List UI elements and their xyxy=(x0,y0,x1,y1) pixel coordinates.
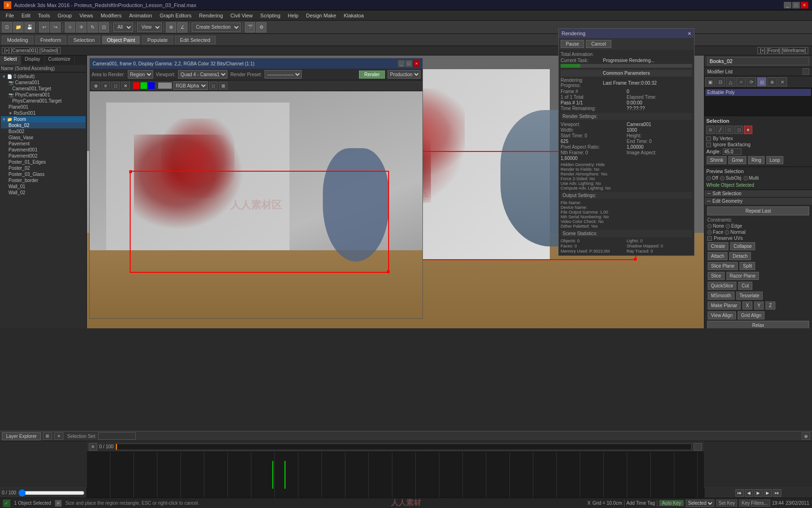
angle-snap-button[interactable]: ∠ xyxy=(177,22,187,32)
render-ctrl-1[interactable]: ⊕ xyxy=(92,82,100,89)
normal-radio[interactable] xyxy=(725,230,729,235)
tree-item-pavement002[interactable]: Pavement002 xyxy=(1,153,86,159)
mod-icon-4[interactable]: ✧ xyxy=(736,77,746,87)
menu-views[interactable]: Views xyxy=(76,12,97,19)
modifier-pin-btn[interactable] xyxy=(803,68,809,75)
render-minimize-btn[interactable]: _ xyxy=(398,60,405,67)
tree-item-poster01-edges[interactable]: Poster_01_Edges xyxy=(1,159,86,165)
redo-button[interactable]: ↪ xyxy=(50,22,61,32)
layer-icon-2[interactable]: ≡ xyxy=(54,432,63,440)
off-radio[interactable] xyxy=(706,176,711,181)
tree-item-pavement[interactable]: Pavement xyxy=(1,141,86,147)
menu-edit[interactable]: Edit xyxy=(18,12,34,19)
msmooth-btn[interactable]: MSmooth xyxy=(708,292,734,300)
menu-modifiers[interactable]: Modifiers xyxy=(97,12,125,19)
undo-button[interactable]: ↩ xyxy=(39,22,49,32)
edit-geom-header[interactable]: ─Edit Geometry xyxy=(704,198,812,205)
tree-item-rssun001[interactable]: ☀ RsSun001 xyxy=(1,110,86,116)
menu-tools[interactable]: Tools xyxy=(34,12,54,19)
production-select[interactable]: Production xyxy=(388,70,421,79)
tab-edit-selected[interactable]: Edit Selected xyxy=(175,36,216,44)
timeline-end-btn[interactable] xyxy=(694,443,702,451)
mod-icon-3[interactable]: △ xyxy=(726,77,735,87)
tree-item-poster02[interactable]: Poster_02 xyxy=(1,165,86,171)
tab-customize[interactable]: Customize xyxy=(45,56,75,65)
ring-btn[interactable]: Ring xyxy=(748,156,765,164)
none-radio[interactable] xyxy=(707,224,712,229)
mod-icon-1[interactable]: ▣ xyxy=(705,77,715,87)
menu-scripting[interactable]: Scripting xyxy=(257,12,284,19)
relax-btn[interactable]: Relax xyxy=(707,321,809,328)
menu-animation[interactable]: Animation xyxy=(125,12,156,19)
frame-controls[interactable]: ⊕ xyxy=(802,432,810,440)
collapse-btn[interactable]: Collapse xyxy=(730,242,755,250)
slice-btn[interactable]: Slice xyxy=(708,272,725,280)
key-mode-select[interactable]: Selected xyxy=(686,500,714,507)
layer-icon-1[interactable]: ⊞ xyxy=(43,432,52,440)
tree-item-box002[interactable]: Box002 xyxy=(1,128,86,135)
edge-mode-icon[interactable]: ╱ xyxy=(716,126,724,134)
go-start-btn[interactable]: ⏮ xyxy=(735,489,744,497)
tree-item-books02[interactable]: Books_02 xyxy=(1,122,86,128)
render-maximize-btn[interactable]: □ xyxy=(406,60,412,67)
create-btn[interactable]: Create xyxy=(708,242,728,250)
minimize-button[interactable]: _ xyxy=(784,2,791,8)
ignore-backface-checkbox[interactable] xyxy=(706,143,711,147)
tree-item-glass-vase[interactable]: Glass_Vase xyxy=(1,135,86,141)
add-time-tag[interactable]: Add Time Tag xyxy=(626,500,655,506)
cut-btn[interactable]: Cut xyxy=(738,282,752,290)
mod-icon-active[interactable]: ▤ xyxy=(757,77,766,87)
razor-plane-btn[interactable]: Razor Plane xyxy=(726,272,759,280)
view-align-btn[interactable]: View Align xyxy=(708,311,736,319)
snap-button[interactable]: ⊕ xyxy=(166,22,176,32)
tree-item-physcamera001[interactable]: 📷 PhysCamera001 xyxy=(1,92,86,98)
selection-set-input[interactable] xyxy=(98,432,136,440)
save-button[interactable]: 💾 xyxy=(24,22,35,32)
tree-item-room[interactable]: ▼ 📁 Room xyxy=(1,116,86,122)
menu-civil-view[interactable]: Civil View xyxy=(226,12,256,19)
select-button[interactable]: ⊹ xyxy=(65,22,75,32)
modifier-stack[interactable]: Editable Poly xyxy=(704,88,812,116)
repeat-last-btn[interactable]: Repeat Last xyxy=(707,206,809,215)
render-setup-button[interactable]: ⚙ xyxy=(256,22,266,32)
viewport-select[interactable]: Quad 4 - Camera1 xyxy=(178,70,227,79)
menu-design-make[interactable]: Design Make xyxy=(302,12,340,19)
prev-frame-btn[interactable]: ◀ xyxy=(745,489,753,497)
tab-object-paint[interactable]: Object Paint xyxy=(102,36,141,44)
render-close-btn[interactable]: ✕ xyxy=(413,60,420,67)
rotate-button[interactable]: ↻ xyxy=(87,22,98,32)
pause-btn[interactable]: Pause xyxy=(561,40,584,48)
scale-button[interactable]: ⊡ xyxy=(99,22,109,32)
multi-radio[interactable] xyxy=(743,176,748,181)
tree-item-pavement001[interactable]: Pavement001 xyxy=(1,147,86,153)
subobj-radio[interactable] xyxy=(720,176,725,181)
go-end-btn[interactable]: ⏭ xyxy=(773,489,781,497)
slice-plane-btn[interactable]: Slice Plane xyxy=(708,262,738,270)
render-preset-select[interactable]: ----------------- xyxy=(265,70,302,79)
viewport-camera-label[interactable]: [+] [Camera001] [Shaded] xyxy=(2,47,61,54)
tab-selection[interactable]: Selection xyxy=(68,36,100,44)
rendering-panel-close[interactable]: ✕ xyxy=(687,31,691,36)
menu-group[interactable]: Group xyxy=(54,12,76,19)
tesselate-btn[interactable]: Tesselate xyxy=(736,292,763,300)
grow-btn[interactable]: Grow xyxy=(728,156,746,164)
auto-key-btn[interactable]: Auto Key xyxy=(659,500,684,506)
next-frame-btn[interactable]: ▶ xyxy=(764,489,772,497)
modifier-editable-poly[interactable]: Editable Poly xyxy=(705,89,811,96)
tree-item-camera001[interactable]: 📷 Camera001 xyxy=(1,79,86,86)
display-btn[interactable]: □ xyxy=(209,82,218,89)
timeline-tracks[interactable] xyxy=(87,452,704,498)
maximize-button[interactable]: □ xyxy=(792,2,800,8)
frame-slider[interactable] xyxy=(18,490,85,496)
tree-item-wall02[interactable]: Wall_02 xyxy=(1,190,86,196)
render-window-titlebar[interactable]: Camera001, frame 0, Display Gamma: 2,2, … xyxy=(90,58,422,69)
tree-item-wall01[interactable]: Wall_01 xyxy=(1,183,86,190)
selection-filter-dropdown[interactable]: Create Selection xyxy=(192,23,241,32)
x-btn[interactable]: X xyxy=(742,302,752,310)
grid-align-btn[interactable]: Grid Align xyxy=(738,311,765,319)
y-btn[interactable]: Y xyxy=(754,302,764,310)
scene-tree[interactable]: ▼ 📄 0 (default) 📷 Camera001 Camera001.Ta… xyxy=(0,72,86,328)
render-ctrl-4[interactable]: ✕ xyxy=(121,82,130,89)
tree-item-plane001[interactable]: Plane001 xyxy=(1,104,86,110)
polygon-mode-icon[interactable]: ◻ xyxy=(734,126,743,134)
